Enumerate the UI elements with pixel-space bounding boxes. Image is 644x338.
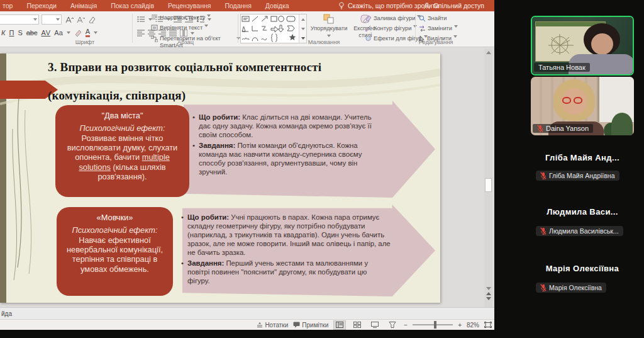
character-spacing-button[interactable]: АV — [41, 29, 50, 37]
notes-icon — [257, 322, 263, 328]
font-size-combobox[interactable] — [42, 14, 62, 25]
italic-button[interactable]: К — [1, 29, 5, 37]
align-text-button[interactable]: Вирівняти текст — [151, 25, 208, 31]
notes-pane[interactable]: йда — [0, 307, 494, 319]
zoom-slider[interactable] — [413, 324, 453, 325]
bullets-button[interactable] — [137, 16, 145, 23]
bullet-label: Що робити: — [187, 213, 229, 221]
strikethrough-button[interactable]: abc — [26, 29, 38, 37]
mic-muted-icon — [540, 284, 547, 291]
find-button[interactable]: Знайти — [419, 15, 447, 22]
font-name-combobox[interactable] — [0, 14, 39, 25]
shrink-font-button[interactable] — [77, 16, 85, 23]
shadow-button[interactable]: S — [18, 29, 22, 37]
menu-tab-podannia[interactable]: Подання — [218, 0, 258, 11]
scrollbar-thumb[interactable] — [485, 178, 492, 192]
replace-button[interactable]: Замінити — [419, 25, 458, 32]
align-text-label: Вирівняти текст — [160, 25, 203, 31]
slide-workspace: 3. Вправи на розвиток соціальної компете… — [0, 47, 494, 307]
exercise-box-2[interactable]: «Мовчки» Психологічний ефект: Навчає ефе… — [57, 207, 173, 296]
participant-video-tile-active[interactable]: Татьяна Новак — [531, 16, 634, 76]
list-item: Завдання: Перший учень жестами та малюва… — [181, 259, 391, 285]
comment-icon — [293, 322, 300, 328]
font-style-buttons: К П S abc АV Аа А — [1, 28, 97, 37]
participant-name: Людмила Василівськ... — [549, 227, 619, 235]
participant-video-tile[interactable]: Daina Yanson — [531, 77, 634, 135]
scroll-down-icon[interactable] — [486, 287, 491, 290]
exercise-box-1[interactable]: "Два міста" Психологічний ефект: Розвива… — [55, 105, 189, 197]
status-bar: Нотатки Примітки − + 82% — [0, 319, 494, 330]
normal-view-button[interactable] — [333, 320, 346, 330]
exercise-steps-2[interactable]: Що робити: Учні працюють в парах. Кожна … — [181, 213, 391, 287]
slideshow-view-button[interactable] — [386, 320, 399, 330]
notes-toggle-button[interactable]: Нотатки — [257, 322, 288, 329]
fit-to-window-button[interactable] — [484, 322, 492, 328]
participant-name: Марія Олексіївна — [549, 284, 602, 291]
reading-view-button[interactable] — [369, 320, 381, 330]
highlight-button[interactable] — [74, 30, 82, 37]
participant-audio-tile[interactable]: Марія Олексіївна Марія Олексіївна — [531, 245, 634, 301]
slide-canvas[interactable]: 3. Вправи на розвиток соціальної компете… — [0, 54, 440, 303]
scroll-up-icon[interactable] — [486, 51, 491, 54]
mic-muted-icon — [540, 227, 547, 235]
zoom-level[interactable]: 82% — [467, 322, 479, 329]
exercise-subtitle: Психологічний ефект: — [72, 225, 157, 235]
slide-title-line2[interactable]: (комунікація, співпраця) — [48, 89, 186, 103]
arrange-button[interactable]: Упорядкувати — [309, 14, 348, 38]
menu-tab-konstruktor[interactable]: тор — [0, 0, 19, 11]
slide-sorter-view-button[interactable] — [351, 320, 364, 330]
text-direction-button[interactable]: Напрямок тексту — [151, 14, 211, 21]
participant-display-name: Гліба Майя Анд... — [531, 153, 634, 162]
menu-tab-pokaz-slaidiv[interactable]: Показ слайдів — [104, 0, 161, 11]
shape-icons — [241, 14, 299, 43]
powerpoint-window: тор Переходи Анімація Показ слайдів Реце… — [0, 0, 494, 330]
menu-tab-retsenzuvannia[interactable]: Рецензування — [161, 0, 218, 11]
participant-audio-tile[interactable]: Гліба Майя Анд... Гліба Майя Андріївна — [531, 137, 634, 189]
shape-outline-button[interactable]: Контур фігури — [365, 25, 417, 31]
slide-title-line1[interactable]: 3. Вправи на розвиток соціальної компете… — [48, 60, 413, 74]
mic-muted-icon — [537, 125, 543, 132]
participant-name-label: Татьяна Новак — [534, 63, 590, 72]
shapes-gallery[interactable] — [240, 14, 307, 43]
comments-button[interactable]: Примітки — [293, 322, 328, 329]
participant-name-label: Марія Олексіївна — [536, 283, 606, 293]
menu-tab-perekhody[interactable]: Переходи — [19, 0, 64, 11]
search-icon — [419, 15, 426, 22]
underline-button[interactable]: П — [9, 29, 14, 37]
text-direction-label: Напрямок тексту — [160, 14, 205, 21]
editing-group-label: Редагування — [413, 39, 459, 45]
participant-audio-tile[interactable]: Людмила Васи... Людмила Василівськ... — [531, 190, 634, 245]
zoom-slider-thumb[interactable] — [434, 321, 436, 329]
participant-name-label: Daina Yanson — [533, 124, 593, 133]
exercise-title: «Мовчки» — [64, 213, 165, 222]
zoom-in-button[interactable]: + — [458, 322, 462, 329]
change-case-button[interactable]: Аа — [54, 29, 63, 37]
grow-font-button[interactable] — [65, 16, 74, 23]
bullet-label: Що робити: — [199, 113, 240, 121]
share-button[interactable]: Спільний доступ — [423, 0, 484, 11]
shape-fill-button[interactable]: Заливка фігури — [365, 15, 421, 21]
participant-display-name: Марія Олексіївна — [531, 264, 634, 273]
previous-slide-button[interactable] — [486, 292, 491, 295]
arrange-label: Упорядкувати — [311, 25, 348, 31]
bullet-label: Завдання: — [199, 142, 235, 149]
participant-name: Daina Yanson — [546, 125, 589, 132]
shape-fill-label: Заливка фігури — [374, 15, 415, 21]
menu-tab-dovidka[interactable]: Довідка — [258, 0, 296, 11]
notes-text: йда — [1, 310, 12, 317]
font-color-button[interactable]: А — [86, 28, 90, 37]
menu-tab-animatsiia[interactable]: Анімація — [64, 0, 104, 11]
comments-label: Примітки — [302, 322, 328, 329]
slide-scrollbar[interactable] — [484, 49, 492, 307]
mic-muted-icon — [540, 172, 547, 179]
lightbulb-icon — [338, 2, 345, 9]
exercise-subtitle: Психологічний ефект: — [79, 123, 165, 133]
exercise-steps-1[interactable]: Що робити: Клас ділиться на дві команди.… — [192, 113, 380, 178]
notes-toggle-label: Нотатки — [265, 322, 288, 329]
next-slide-button[interactable] — [486, 297, 491, 300]
screen: { "pp": { "menu": { "tabs": ["тор", "Пер… — [0, 0, 644, 338]
align-left-button[interactable] — [137, 30, 145, 37]
participant-name-label: Гліба Майя Андріївна — [536, 171, 619, 181]
clear-formatting-button[interactable] — [88, 16, 96, 23]
zoom-out-button[interactable]: − — [404, 322, 408, 329]
